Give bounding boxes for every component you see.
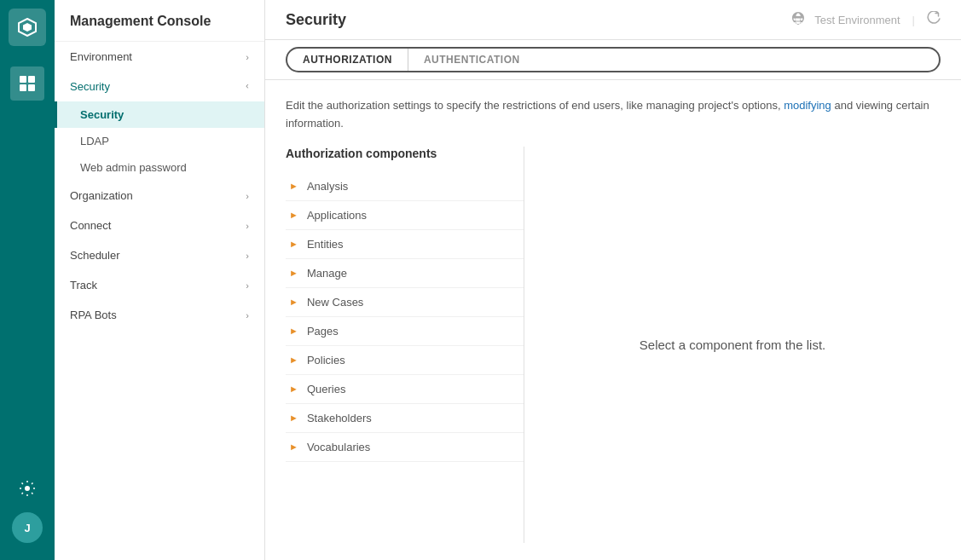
two-column-layout: Authorization components ► Analysis ► Ap… — [286, 147, 941, 543]
main-header: Security Test Environment | — [265, 0, 961, 40]
svg-rect-3 — [28, 76, 35, 83]
divider: | — [912, 14, 915, 26]
chevron-down-icon: › — [246, 310, 249, 320]
component-policies[interactable]: ► Policies — [286, 346, 524, 375]
chevron-right-icon: ► — [289, 239, 298, 249]
page-title: Security — [286, 11, 346, 29]
environment-label: Test Environment — [814, 14, 900, 26]
svg-rect-5 — [28, 84, 35, 91]
sidebar-item-connect[interactable]: Connect › — [55, 211, 264, 240]
component-queries[interactable]: ► Queries — [286, 375, 524, 404]
description-text: Edit the authorization settings to speci… — [286, 97, 934, 133]
chevron-up-icon: › — [246, 82, 249, 92]
user-avatar[interactable]: J — [12, 512, 43, 543]
component-applications[interactable]: ► Applications — [286, 201, 524, 230]
tab-authorization[interactable]: AUTHORIZATION — [287, 49, 408, 71]
chevron-right-icon: ► — [289, 355, 298, 365]
sidebar-item-organization[interactable]: Organization › — [55, 181, 264, 211]
select-prompt-area: Select a component from the list. — [524, 147, 941, 543]
chevron-right-icon: ► — [289, 268, 298, 278]
chevron-down-icon: › — [246, 191, 249, 201]
header-right: Test Environment | — [790, 10, 941, 29]
tabs-pill: AUTHORIZATION AUTHENTICATION — [286, 47, 941, 72]
component-analysis[interactable]: ► Analysis — [286, 172, 524, 201]
svg-rect-2 — [20, 76, 26, 83]
sidebar-item-rpa-bots[interactable]: RPA Bots › — [55, 300, 264, 330]
dashboard-icon[interactable] — [10, 66, 44, 101]
component-entities[interactable]: ► Entities — [286, 230, 524, 259]
chevron-down-icon: › — [246, 52, 249, 62]
sidebar-item-track[interactable]: Track › — [55, 270, 264, 300]
select-prompt-text: Select a component from the list. — [640, 338, 825, 352]
sidebar-sub-item-security[interactable]: Security — [55, 101, 264, 128]
main-content: Security Test Environment | AUTHORIZATIO… — [265, 0, 961, 560]
logo-icon[interactable] — [9, 9, 46, 46]
sidebar-header: Management Console — [55, 0, 264, 42]
svg-rect-4 — [20, 84, 26, 91]
chevron-right-icon: ► — [289, 210, 298, 220]
svg-marker-1 — [23, 23, 32, 32]
chevron-down-icon: › — [246, 251, 249, 261]
settings-icon[interactable] — [10, 471, 44, 505]
component-pages[interactable]: ► Pages — [286, 317, 524, 346]
content-area: Edit the authorization settings to speci… — [265, 80, 961, 560]
environment-icon — [790, 10, 806, 29]
sidebar-item-security[interactable]: Security › — [55, 72, 264, 101]
chevron-right-icon: ► — [289, 181, 298, 191]
refresh-icon[interactable] — [927, 11, 941, 28]
component-new-cases[interactable]: ► New Cases — [286, 288, 524, 317]
component-stakeholders[interactable]: ► Stakeholders — [286, 404, 524, 433]
chevron-down-icon: › — [246, 221, 249, 231]
user-initial: J — [24, 522, 30, 534]
chevron-right-icon: ► — [289, 297, 298, 307]
chevron-down-icon: › — [246, 280, 249, 291]
tab-authentication[interactable]: AUTHENTICATION — [408, 49, 535, 71]
chevron-right-icon: ► — [289, 413, 298, 423]
components-list: Authorization components ► Analysis ► Ap… — [286, 147, 524, 543]
chevron-right-icon: ► — [289, 442, 298, 452]
icon-bar: J — [0, 0, 55, 560]
chevron-right-icon: ► — [289, 326, 298, 336]
sidebar: Management Console Environment › Securit… — [55, 0, 265, 560]
section-title: Authorization components — [286, 147, 524, 160]
chevron-right-icon: ► — [289, 384, 298, 394]
sidebar-item-environment[interactable]: Environment › — [55, 42, 264, 72]
component-vocabularies[interactable]: ► Vocabularies — [286, 433, 524, 462]
tabs-container: AUTHORIZATION AUTHENTICATION — [265, 40, 961, 80]
description-link-modifying: modifying — [784, 99, 831, 112]
sidebar-item-scheduler[interactable]: Scheduler › — [55, 240, 264, 270]
component-manage[interactable]: ► Manage — [286, 259, 524, 288]
sidebar-sub-item-web-admin-password[interactable]: Web admin password — [55, 154, 264, 181]
svg-point-6 — [25, 486, 30, 491]
sidebar-sub-item-ldap[interactable]: LDAP — [55, 128, 264, 154]
